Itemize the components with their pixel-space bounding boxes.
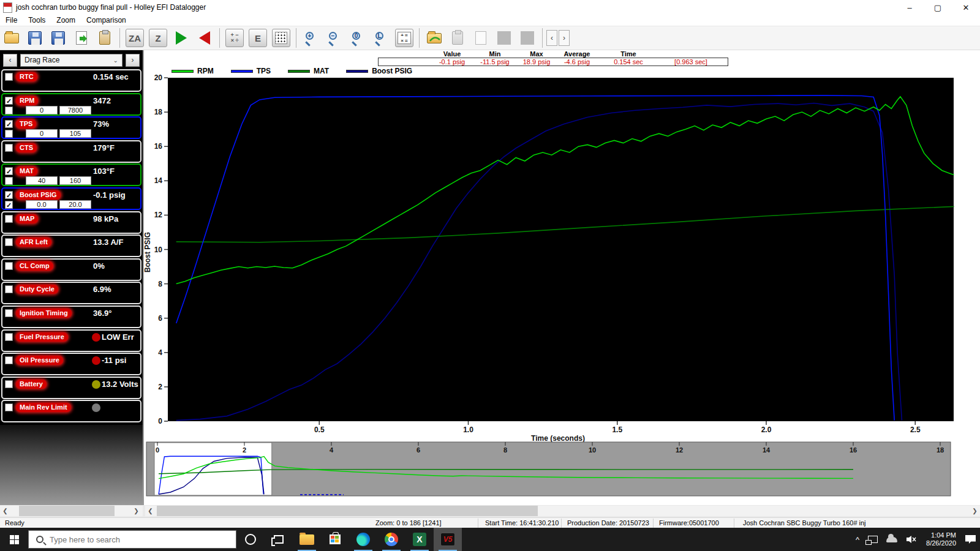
- channel-oil-pressure[interactable]: Oil Pressure-11 psi: [1, 353, 141, 375]
- scroll-left-arrow[interactable]: ❮: [0, 506, 10, 516]
- onedrive-cloud-icon[interactable]: [886, 537, 897, 542]
- microsoft-store-button[interactable]: [321, 528, 349, 551]
- main-scroll-thumb[interactable]: [157, 506, 538, 516]
- chrome-button[interactable]: [377, 528, 405, 551]
- open-file-button[interactable]: [2, 29, 21, 47]
- channel-duty-cycle[interactable]: Duty Cycle6.9%: [1, 282, 141, 304]
- export-button[interactable]: [72, 29, 91, 47]
- taskbar-clock[interactable]: 1:04 PM 8/26/2020: [926, 531, 956, 547]
- task-view-button[interactable]: [265, 528, 293, 551]
- zoom-z-button[interactable]: Z: [149, 29, 167, 47]
- tray-chevron-up-icon[interactable]: ^: [856, 535, 859, 544]
- close-button[interactable]: ✕: [952, 0, 980, 15]
- save-button[interactable]: [26, 29, 44, 47]
- channel-max-input[interactable]: 7800: [59, 106, 91, 114]
- channel-battery[interactable]: Battery13.2 Volts: [1, 377, 141, 399]
- task-view-icon: [274, 535, 284, 544]
- zoom-in-button[interactable]: +: [302, 29, 320, 47]
- minimize-button[interactable]: –: [895, 0, 924, 15]
- channel-fuel-pressure[interactable]: Fuel PressureLOW Err: [1, 329, 141, 352]
- channel-checkbox[interactable]: [5, 262, 13, 270]
- channel-checkbox[interactable]: [5, 215, 13, 223]
- sidebar-scrollbar[interactable]: ❮ ❯: [0, 506, 143, 516]
- channel-rpm[interactable]: ✓RPM347207800: [1, 93, 141, 116]
- channel-checkbox-2[interactable]: [5, 130, 13, 138]
- compare-open-button[interactable]: [425, 29, 443, 47]
- maximize-button[interactable]: ▢: [924, 0, 952, 15]
- channel-checkbox[interactable]: [5, 333, 13, 341]
- channel-checkbox[interactable]: [5, 73, 13, 81]
- channel-checkbox[interactable]: [5, 403, 13, 411]
- channel-max-input[interactable]: 160: [59, 176, 91, 185]
- menu-zoom[interactable]: Zoom: [51, 16, 81, 24]
- channel-min-input[interactable]: 0: [26, 106, 58, 114]
- channel-checkbox[interactable]: ✓: [5, 120, 13, 128]
- channel-max-input[interactable]: 20.0: [59, 200, 91, 209]
- values-grid-button[interactable]: + =× =: [395, 29, 413, 47]
- volume-muted-icon[interactable]: [906, 535, 917, 544]
- start-button[interactable]: [0, 528, 28, 551]
- zoom-out-button[interactable]: −: [325, 29, 344, 47]
- channel-map[interactable]: MAP98 kPa: [1, 211, 141, 234]
- menu-comparison[interactable]: Comparison: [81, 16, 132, 24]
- channel-cl-comp[interactable]: CL Comp0%: [1, 258, 141, 281]
- preset-next-button[interactable]: ›: [126, 54, 140, 67]
- zoom-all-button[interactable]: ZA: [126, 29, 144, 47]
- channel-main-rev-limit[interactable]: Main Rev Limit: [1, 400, 141, 422]
- preset-prev-button[interactable]: ‹: [3, 54, 17, 67]
- action-center-icon[interactable]: [965, 535, 976, 544]
- edge-button[interactable]: [349, 528, 377, 551]
- channel-checkbox[interactable]: [5, 380, 13, 388]
- channel-ignition-timing[interactable]: Ignition Timing36.9°: [1, 305, 141, 328]
- sidebar-scroll-thumb[interactable]: [19, 506, 115, 516]
- zoom-reset-button[interactable]: 0: [349, 29, 367, 47]
- channel-checkbox[interactable]: ✓: [5, 97, 13, 105]
- channel-checkbox[interactable]: ✓: [5, 191, 13, 199]
- cortana-button[interactable]: [236, 528, 265, 551]
- file-explorer-button[interactable]: [293, 528, 321, 551]
- scroll-right-arrow[interactable]: ❯: [970, 506, 980, 516]
- channel-checkbox-2[interactable]: [5, 177, 13, 185]
- scroll-right-arrow[interactable]: ❯: [131, 506, 141, 516]
- taskbar-search[interactable]: [28, 530, 236, 549]
- math-button[interactable]: + −× ÷: [225, 29, 244, 47]
- channel-checkbox[interactable]: [5, 309, 13, 317]
- menu-tools[interactable]: Tools: [23, 16, 51, 24]
- zoom-last-button[interactable]: L: [372, 29, 390, 47]
- network-icon[interactable]: [868, 536, 878, 543]
- play-reverse-button[interactable]: [195, 29, 214, 47]
- main-chart[interactable]: 201816141210864200.51.01.52.02.5Boost PS…: [144, 50, 980, 442]
- toolbar-prev-button[interactable]: ‹: [546, 30, 557, 46]
- clipboard-button[interactable]: [96, 29, 114, 47]
- main-scrollbar[interactable]: ❮ ❯: [145, 506, 980, 516]
- channel-max-input[interactable]: 105: [59, 129, 91, 138]
- channel-checkbox[interactable]: ✓: [5, 167, 13, 175]
- data-points-button[interactable]: [272, 29, 290, 47]
- excel-button[interactable]: X: [405, 528, 434, 551]
- channel-checkbox[interactable]: [5, 356, 13, 364]
- channel-checkbox-2[interactable]: [5, 107, 13, 114]
- channel-mat[interactable]: ✓MAT103°F40160: [1, 163, 141, 186]
- event-button[interactable]: E: [249, 29, 267, 47]
- comment-button-disabled: [448, 29, 467, 47]
- channel-afr-left[interactable]: AFR Left13.3 A/F: [1, 234, 141, 257]
- menu-file[interactable]: File: [0, 16, 23, 24]
- channel-min-input[interactable]: 0: [26, 129, 58, 138]
- channel-min-input[interactable]: 40: [26, 176, 58, 185]
- holley-datalogger-taskbar-button[interactable]: V5: [434, 528, 462, 551]
- channel-checkbox[interactable]: [5, 285, 13, 293]
- channel-rtc[interactable]: RTC0.154 sec: [1, 69, 141, 92]
- channel-checkbox[interactable]: [5, 238, 13, 246]
- channel-tps[interactable]: ✓TPS73%0105: [1, 116, 141, 139]
- channel-checkbox[interactable]: [5, 144, 13, 152]
- toolbar-next-button[interactable]: ›: [559, 30, 570, 46]
- scroll-left-arrow[interactable]: ❮: [145, 506, 156, 516]
- channel-boost-psig[interactable]: ✓Boost PSIG-0.1 psig✓0.020.0: [1, 187, 141, 210]
- channel-cts[interactable]: CTS179°F: [1, 140, 141, 163]
- preset-dropdown[interactable]: Drag Race⌄: [20, 54, 123, 67]
- play-forward-button[interactable]: [172, 29, 190, 47]
- save-as-button[interactable]: [49, 29, 67, 47]
- search-input[interactable]: [50, 535, 215, 544]
- channel-min-input[interactable]: 0.0: [26, 200, 58, 209]
- channel-checkbox-2[interactable]: ✓: [5, 201, 13, 209]
